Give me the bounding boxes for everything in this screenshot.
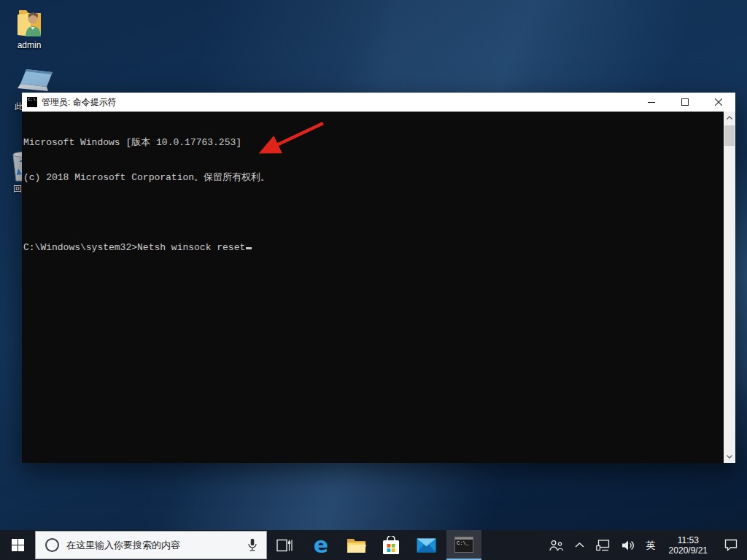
scroll-down-button[interactable] — [724, 451, 735, 463]
microphone-icon[interactable] — [247, 538, 258, 552]
cmd-window: C:\_ 管理员: 命令提示符 Microsoft Wind — [22, 93, 735, 463]
terminal-output-line: Microsoft Windows [版本 10.0.17763.253] — [23, 137, 722, 149]
terminal-scrollbar[interactable] — [724, 112, 735, 463]
terminal-command: Netsh winsock reset — [137, 242, 245, 253]
terminal-prompt-line: C:\Windows\system32>Netsh winsock reset — [23, 242, 722, 254]
volume-button[interactable] — [616, 530, 640, 560]
windows-logo-icon — [12, 539, 24, 551]
taskbar-cmd-button-active[interactable]: C:\_ — [446, 530, 481, 560]
taskbar-mail-button[interactable] — [409, 530, 444, 560]
ime-indicator[interactable]: 英 — [640, 530, 662, 560]
mail-icon — [417, 538, 436, 553]
microsoft-store-icon — [382, 536, 400, 555]
maximize-button[interactable] — [668, 93, 702, 112]
minimize-button[interactable] — [635, 93, 668, 112]
terminal-area[interactable]: Microsoft Windows [版本 10.0.17763.253] (c… — [22, 112, 735, 463]
terminal-cursor — [246, 247, 252, 249]
desktop-icon-admin[interactable]: admin — [6, 6, 53, 50]
clock-time: 11:53 — [669, 535, 708, 545]
taskbar-store-button[interactable] — [374, 530, 409, 560]
close-icon — [715, 98, 722, 106]
maximize-icon — [681, 98, 689, 106]
network-button[interactable] — [590, 530, 616, 560]
clock[interactable]: 11:53 2020/9/21 — [662, 530, 715, 560]
scroll-thumb[interactable] — [724, 125, 735, 146]
search-input[interactable] — [66, 540, 239, 551]
close-button[interactable] — [702, 93, 735, 112]
task-view-icon — [276, 538, 293, 553]
taskbar-search-box[interactable] — [35, 531, 267, 559]
edge-icon: e — [314, 534, 328, 556]
taskbar-edge-button[interactable]: e — [303, 530, 338, 560]
notification-icon — [724, 539, 738, 551]
taskbar-file-explorer-button[interactable] — [338, 530, 374, 560]
show-hidden-icons-button[interactable] — [569, 530, 590, 560]
cmd-icon: C:\_ — [454, 537, 473, 553]
network-icon — [596, 540, 610, 551]
chevron-up-icon — [575, 542, 584, 548]
taskbar: e — [0, 530, 747, 560]
people-button[interactable] — [543, 530, 569, 560]
chevron-down-icon — [727, 455, 732, 459]
desktop-icon-label: admin — [6, 40, 53, 50]
file-explorer-icon — [347, 537, 366, 553]
cortana-icon — [45, 538, 59, 552]
start-button[interactable] — [0, 530, 35, 560]
minimize-icon — [648, 98, 655, 106]
clock-date: 2020/9/21 — [669, 545, 708, 556]
volume-icon — [622, 540, 635, 551]
system-tray: 英 11:53 2020/9/21 — [543, 530, 747, 560]
desktop: admin 此 回 C:\_ — [0, 0, 747, 560]
task-view-button[interactable] — [267, 530, 302, 560]
cmd-icon: C:\_ — [27, 97, 37, 107]
people-icon — [549, 540, 563, 551]
chevron-up-icon — [727, 116, 732, 120]
terminal-output-line: (c) 2018 Microsoft Corporation。保留所有权利。 — [23, 172, 722, 184]
terminal-blank-line — [23, 207, 722, 219]
window-title: 管理员: 命令提示符 — [42, 96, 635, 109]
terminal-prompt: C:\Windows\system32> — [23, 242, 137, 253]
user-folder-icon — [12, 6, 47, 39]
window-titlebar[interactable]: C:\_ 管理员: 命令提示符 — [22, 93, 735, 112]
scroll-up-button[interactable] — [724, 112, 735, 124]
action-center-button[interactable] — [715, 530, 747, 560]
